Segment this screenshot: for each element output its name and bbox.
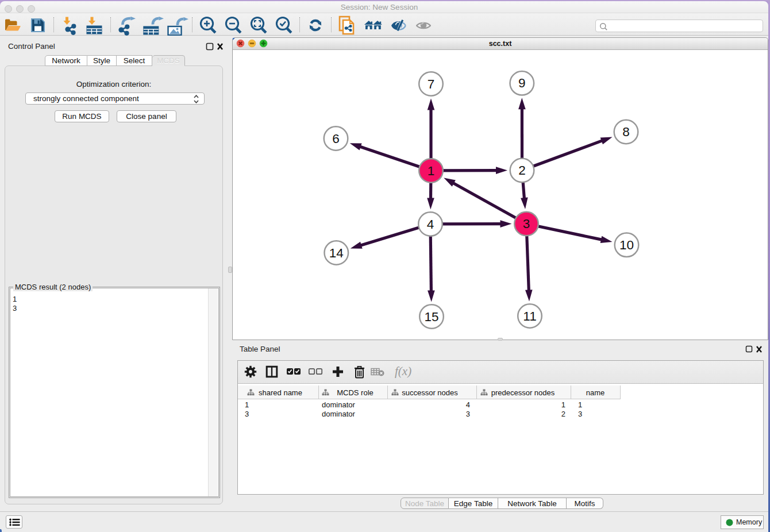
svg-text:4: 4 bbox=[427, 217, 434, 232]
svg-text:10: 10 bbox=[619, 238, 634, 252]
svg-text:1: 1 bbox=[428, 164, 435, 178]
svg-text:2: 2 bbox=[518, 163, 526, 178]
svg-text:6: 6 bbox=[332, 132, 340, 146]
svg-text:14: 14 bbox=[329, 246, 344, 260]
svg-text:7: 7 bbox=[428, 77, 435, 91]
svg-text:11: 11 bbox=[523, 309, 536, 323]
svg-text:9: 9 bbox=[518, 76, 526, 90]
svg-text:3: 3 bbox=[523, 217, 530, 231]
svg-text:8: 8 bbox=[622, 125, 630, 139]
svg-text:15: 15 bbox=[424, 310, 438, 324]
